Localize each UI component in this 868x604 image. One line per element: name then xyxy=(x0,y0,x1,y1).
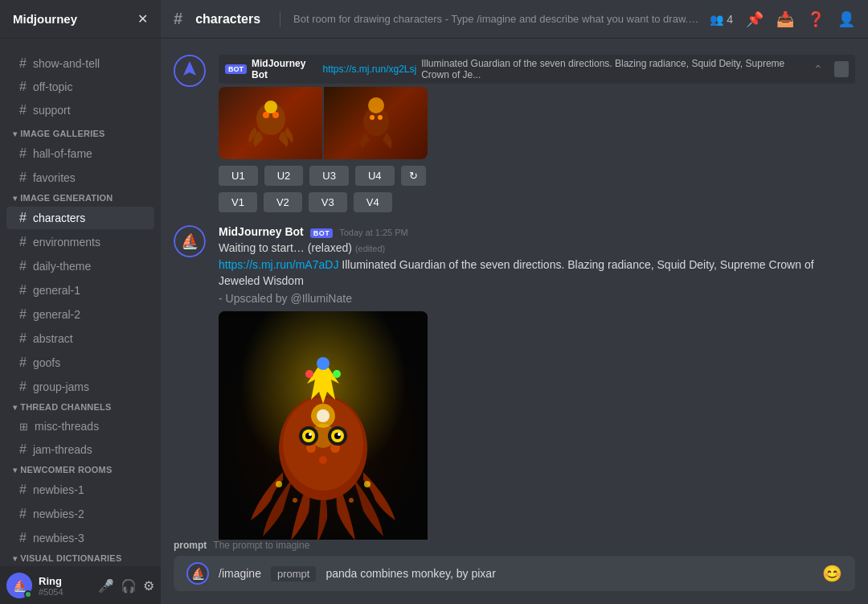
octopus-preview-2 xyxy=(348,91,404,155)
pin-icon[interactable]: 📌 xyxy=(746,10,764,28)
channel-header: # characters Bot room for drawing charac… xyxy=(161,0,868,39)
sidebar-item-characters[interactable]: # characters xyxy=(6,207,154,229)
svg-point-23 xyxy=(309,433,312,436)
member-list-icon[interactable]: 👤 xyxy=(837,10,855,28)
settings-icon[interactable]: ⚙ xyxy=(143,578,154,594)
v2-button[interactable]: V2 xyxy=(264,192,302,212)
channel-label: environments xyxy=(33,236,100,249)
messages-container: BOT MidJourney Bot https://s.mj.run/xg2L… xyxy=(161,39,868,540)
v4-button[interactable]: V4 xyxy=(354,192,392,212)
u2-button[interactable]: U2 xyxy=(264,166,304,186)
slash-command-label: /imagine xyxy=(219,567,261,580)
visual-dicts-category[interactable]: ▾ VISUAL DICTIONARIES xyxy=(0,550,161,566)
sidebar-item-newbies-2[interactable]: # newbies-2 xyxy=(6,503,154,525)
message-1-content: BOT MidJourney Bot https://s.mj.run/xg2L… xyxy=(219,55,855,212)
channel-label: support xyxy=(33,104,71,117)
chevron-icon: ▾ xyxy=(13,554,17,563)
sidebar-item-support[interactable]: # support xyxy=(6,99,154,121)
avatar xyxy=(174,55,206,87)
sidebar-item-environments[interactable]: # environments xyxy=(6,231,154,253)
sidebar-item-misc-threads[interactable]: ⊞ misc-threads xyxy=(6,416,154,437)
sidebar-item-daily-theme[interactable]: # daily-theme xyxy=(6,255,154,277)
bot-command-url: https://s.mj.run/xg2Lsj xyxy=(322,64,416,75)
sidebar-item-favorites[interactable]: # favorites xyxy=(6,166,154,189)
server-header[interactable]: Midjourney ✕ xyxy=(0,0,161,39)
hash-icon: # xyxy=(19,507,27,521)
channel-label: hall-of-fame xyxy=(33,147,92,160)
deafen-icon[interactable]: 🎧 xyxy=(121,578,137,594)
v1-button[interactable]: V1 xyxy=(219,192,257,212)
hash-icon: # xyxy=(19,355,27,370)
image-generation-category[interactable]: ▾ IMAGE GENERATION xyxy=(0,190,161,206)
channel-label: misc-threads xyxy=(35,420,99,433)
members-icon: 👥 xyxy=(710,13,723,26)
refresh-button[interactable]: ↻ xyxy=(401,166,426,186)
help-icon[interactable]: ❓ xyxy=(807,10,825,28)
sidebar-item-group-jams[interactable]: # group-jams xyxy=(6,376,154,398)
top-channels-section: # show-and-tell # off-topic # support xyxy=(0,39,161,125)
newcomer-rooms-category[interactable]: ▾ NEWCOMER ROOMS xyxy=(0,462,161,478)
inbox-icon[interactable]: 📥 xyxy=(776,10,794,28)
message-input[interactable]: panda combines monkey, by pixar xyxy=(326,567,813,580)
channel-label: daily-theme xyxy=(33,260,91,273)
channel-description: Bot room for drawing characters - Type /… xyxy=(293,13,700,25)
bot-command-row: BOT MidJourney Bot https://s.mj.run/xg2L… xyxy=(219,55,855,84)
svg-point-27 xyxy=(305,370,313,378)
channel-hash-icon: # xyxy=(174,10,182,28)
channel-label: abstract xyxy=(33,332,73,345)
sidebar-item-abstract[interactable]: # abstract xyxy=(6,327,154,350)
u4-button[interactable]: U4 xyxy=(355,166,395,186)
octopus-preview-1 xyxy=(243,91,299,155)
message-author-2: MidJourney Bot xyxy=(219,225,304,238)
message-link-line: https://s.mj.run/mA7aDJ Illuminated Guar… xyxy=(219,257,855,289)
user-info: Ring #5054 xyxy=(39,575,92,597)
channel-label: group-jams xyxy=(33,380,89,393)
svg-point-16 xyxy=(319,456,327,464)
hash-icon: # xyxy=(19,442,27,457)
hash-icon: # xyxy=(19,331,27,346)
image-galleries-category[interactable]: ▾ IMAGE GALLERIES xyxy=(0,125,161,142)
hash-icon: # xyxy=(19,171,27,185)
image-link[interactable]: https://s.mj.run/mA7aDJ xyxy=(219,258,338,271)
sidebar-item-show-and-tell[interactable]: # show-and-tell xyxy=(6,52,154,75)
hash-icon: # xyxy=(19,483,27,497)
image-grid-preview xyxy=(219,87,428,159)
chevron-down-icon: ✕ xyxy=(137,11,148,27)
hash-icon: # xyxy=(19,283,27,298)
channel-label: newbies-3 xyxy=(33,532,84,544)
user-discriminator: #5054 xyxy=(39,587,92,597)
svg-point-8 xyxy=(368,97,384,113)
message-input-wrapper: ⛵ /imagine prompt panda combines monkey,… xyxy=(174,556,855,591)
u3-button[interactable]: U3 xyxy=(309,166,349,186)
sidebar-item-general-2[interactable]: # general-2 xyxy=(6,303,154,326)
u1-button[interactable]: U1 xyxy=(219,166,258,186)
edited-tag: (edited) xyxy=(355,244,385,253)
channel-label: goofs xyxy=(33,356,60,369)
sidebar-item-jam-threads[interactable]: # jam-threads xyxy=(6,438,154,461)
hash-icon: # xyxy=(19,56,27,71)
mute-icon[interactable]: 🎤 xyxy=(98,578,114,594)
user-actions: 🎤 🎧 ⚙ xyxy=(98,578,154,594)
main-content: # characters Bot room for drawing charac… xyxy=(161,0,868,604)
thread-channels-category[interactable]: ▾ THREAD CHANNELS xyxy=(0,399,161,415)
upscaled-image xyxy=(219,311,428,540)
svg-point-33 xyxy=(293,498,297,503)
channel-label: characters xyxy=(33,212,85,224)
sidebar-item-general-1[interactable]: # general-1 xyxy=(6,279,154,302)
sidebar-item-newbies-3[interactable]: # newbies-3 xyxy=(6,527,154,549)
upscale-buttons-row: U1 U2 U3 U4 ↻ xyxy=(219,166,855,186)
category-label: NEWCOMER ROOMS xyxy=(20,465,112,475)
expand-icon[interactable]: ⌃ xyxy=(813,63,823,76)
sidebar-item-newbies-1[interactable]: # newbies-1 xyxy=(6,479,154,501)
v3-button[interactable]: V3 xyxy=(309,192,347,212)
hash-icon: # xyxy=(19,80,27,94)
header-icons: 👥 4 📌 📥 ❓ 👤 xyxy=(710,10,855,28)
sidebar-item-hall-of-fame[interactable]: # hall-of-fame xyxy=(6,142,154,165)
sidebar-item-off-topic[interactable]: # off-topic xyxy=(6,76,154,98)
emoji-picker-icon[interactable]: 😊 xyxy=(822,564,842,583)
sidebar-item-goofs[interactable]: # goofs xyxy=(6,351,154,374)
octopus-art-container xyxy=(219,311,428,540)
octopus-artwork xyxy=(219,311,428,540)
channel-label: newbies-1 xyxy=(33,483,84,496)
member-count-display: 👥 4 xyxy=(710,13,733,26)
